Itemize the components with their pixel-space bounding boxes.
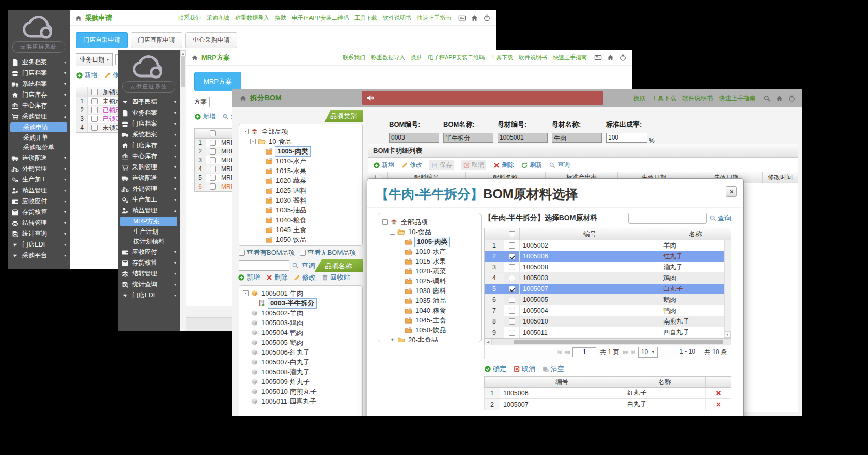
sidebar-item[interactable]: 统计查询 ▾: [118, 279, 180, 290]
scroll-left-icon[interactable]: ◀: [485, 339, 492, 345]
scrollbar-thumb[interactable]: [514, 340, 723, 344]
top-menu-link[interactable]: 电子秤APP安装二维码: [292, 14, 349, 22]
tree-item[interactable]: 1035-油品: [241, 205, 361, 215]
selected-material-row[interactable]: 2 1005007 白丸子: [484, 399, 731, 410]
tree-item[interactable]: 1005002-羊肉: [241, 308, 361, 318]
tree-item[interactable]: - 全部品项: [241, 127, 361, 136]
sidebar-item[interactable]: 统计查询 ▾: [8, 228, 70, 239]
tree-item[interactable]: - 10-食品: [241, 136, 361, 146]
tree-item[interactable]: 1015-水果: [241, 166, 361, 176]
sidebar-item[interactable]: 外销管理 ▾: [118, 183, 180, 194]
tree-item[interactable]: 1005011-四喜丸子: [241, 396, 361, 406]
top-menu-link[interactable]: 软件说明书: [682, 94, 713, 103]
top-menu-link[interactable]: 换肤: [275, 14, 286, 22]
bom-field-input[interactable]: 0003: [389, 133, 439, 143]
page-size-select[interactable]: 10 ▼: [638, 347, 658, 358]
top-menu-link[interactable]: 软件说明书: [519, 54, 547, 62]
row-checkbox[interactable]: [210, 166, 216, 172]
toolbar-button[interactable]: 刷新: [521, 161, 542, 170]
top-menu-link[interactable]: 软件说明书: [383, 14, 411, 22]
tab[interactable]: 门店直配申请: [131, 32, 182, 48]
sidebar-item[interactable]: 存货核算 ▾: [118, 257, 180, 268]
column-header[interactable]: 修改时间: [763, 172, 798, 183]
row-checkbox[interactable]: [210, 157, 216, 163]
tree-item[interactable]: 1050-饮品: [241, 235, 361, 244]
sidebar-item[interactable]: 门店库存 ▾: [8, 89, 70, 100]
top-menu-link[interactable]: 联系我们: [343, 54, 365, 62]
top-menu-link[interactable]: 工具下载: [354, 14, 377, 22]
tab[interactable]: 门店自采申请: [76, 32, 128, 48]
top-menu-link[interactable]: 换肤: [411, 54, 422, 62]
material-row[interactable]: 1 1005002 羊肉: [485, 240, 731, 251]
row-checkbox[interactable]: [509, 297, 515, 303]
power-icon[interactable]: [788, 95, 796, 102]
top-menu-link[interactable]: 称重数据导入: [235, 14, 269, 22]
top-menu-link[interactable]: 快速上手指南: [417, 14, 451, 22]
toolbar-button[interactable]: 删除: [266, 273, 288, 282]
material-search-input[interactable]: [628, 213, 707, 224]
tree-item[interactable]: 1040-粮食: [380, 305, 479, 315]
action-button[interactable]: 取消: [513, 364, 535, 374]
tree-item[interactable]: + 20-非食品: [241, 244, 361, 246]
row-checkbox[interactable]: [509, 253, 515, 259]
query-button[interactable]: 查询: [709, 213, 731, 223]
sidebar-item[interactable]: 系统档案 ▾: [8, 79, 70, 89]
without-bom-checkbox[interactable]: [300, 250, 306, 256]
row-checkbox[interactable]: [509, 275, 515, 281]
last-page-icon[interactable]: ▶Ι: [631, 349, 634, 355]
sidebar-item[interactable]: 门店EDI ▾: [8, 239, 70, 250]
tree-item[interactable]: 1005004-鸭肉: [241, 328, 361, 337]
remove-icon[interactable]: [715, 390, 722, 396]
sidebar-item[interactable]: 采购申请: [10, 122, 67, 132]
bom-field-input[interactable]: 牛肉: [552, 133, 602, 143]
tree-expander-icon[interactable]: -: [243, 129, 249, 134]
tree-expander-icon[interactable]: +: [390, 337, 395, 342]
tree-item[interactable]: 1045-主食: [380, 315, 479, 325]
bom-field-input[interactable]: 1005001: [498, 133, 548, 143]
selected-material-row[interactable]: 1 1005006 红丸子: [484, 388, 731, 399]
tree-item[interactable]: 1005010-南煎丸子: [241, 387, 361, 396]
next-page-icon[interactable]: ▶▶: [623, 349, 628, 355]
card-icon[interactable]: [458, 14, 466, 22]
tree-item[interactable]: 1010-水产: [380, 247, 479, 256]
toolbar-button[interactable]: 回收站: [321, 273, 350, 282]
material-row[interactable]: 8 1005010 南煎丸子: [485, 316, 731, 327]
item-search-input[interactable]: [239, 260, 289, 271]
material-row[interactable]: 2 1005006 红丸子: [485, 251, 731, 262]
prev-page-icon[interactable]: ◀◀: [564, 349, 569, 355]
toolbar-button[interactable]: 新增: [373, 161, 394, 170]
tree-item[interactable]: 1010-水产: [241, 156, 361, 166]
tree-item[interactable]: 1040-粮食: [241, 215, 361, 225]
toolbar-button[interactable]: 新增: [194, 112, 215, 121]
action-button[interactable]: 清空: [542, 364, 564, 374]
sidebar-item[interactable]: 采购管理 ▴: [8, 111, 70, 122]
select-all-checkbox[interactable]: [91, 89, 98, 95]
tree-item[interactable]: 1025-调料: [380, 276, 479, 286]
sidebar-item[interactable]: 业务档案 ▾: [8, 57, 70, 68]
row-checkbox[interactable]: [210, 140, 216, 146]
tree-item[interactable]: - 10-食品: [380, 227, 479, 237]
sidebar-item[interactable]: 四季民福 ▾: [118, 97, 180, 107]
row-checkbox[interactable]: [509, 318, 515, 325]
toolbar-button[interactable]: 新增: [238, 273, 260, 282]
sidebar-item[interactable]: 中心库存 ▾: [8, 100, 70, 111]
card-icon[interactable]: [594, 54, 602, 62]
tree-item[interactable]: 1005008-溜丸子: [241, 367, 361, 377]
tab[interactable]: 中心采购申请: [185, 32, 237, 48]
row-checkbox[interactable]: [210, 183, 216, 190]
top-menu-link[interactable]: 快速上手指南: [719, 94, 756, 103]
tree-item[interactable]: 1020-蔬菜: [241, 176, 361, 186]
toolbar-button[interactable]: 修改: [401, 161, 422, 170]
row-checkbox[interactable]: [91, 125, 98, 131]
sidebar-item[interactable]: 采购开单: [8, 133, 70, 143]
sidebar-item[interactable]: 门店档案 ▾: [8, 68, 70, 79]
sidebar-item[interactable]: 中心库存 ▾: [118, 151, 180, 162]
sidebar-item[interactable]: 系统档案 ▾: [118, 129, 180, 140]
tree-item[interactable]: 1005-肉类: [241, 146, 361, 156]
tree-item[interactable]: 1050-饮品: [380, 325, 479, 335]
tree-item[interactable]: 1005-肉类: [380, 237, 479, 247]
sidebar-item[interactable]: 精益管理 ▾: [8, 185, 70, 196]
tree-expander-icon[interactable]: -: [390, 229, 395, 235]
sidebar-item[interactable]: 生产计划: [118, 227, 180, 237]
row-checkbox[interactable]: [509, 242, 515, 249]
